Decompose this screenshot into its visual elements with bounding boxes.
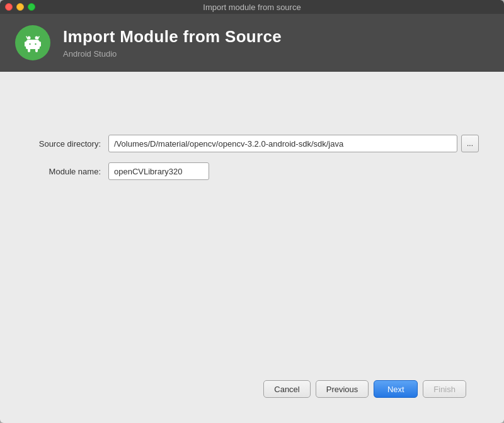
module-name-input[interactable] bbox=[108, 162, 209, 180]
module-name-input-wrapper bbox=[108, 162, 479, 180]
svg-point-4 bbox=[29, 43, 30, 45]
minimize-button[interactable] bbox=[16, 3, 24, 11]
next-button[interactable]: Next bbox=[374, 380, 418, 398]
module-name-label: Module name: bbox=[25, 167, 101, 176]
window-title: Import module from source bbox=[203, 3, 301, 12]
source-directory-row: Source directory: ... bbox=[25, 135, 479, 152]
previous-button[interactable]: Previous bbox=[316, 380, 369, 398]
cancel-label: Cancel bbox=[274, 385, 299, 394]
android-studio-logo bbox=[15, 25, 50, 60]
svg-rect-2 bbox=[25, 42, 26, 47]
form-area: Source directory: ... Module name: bbox=[25, 135, 479, 180]
close-button[interactable] bbox=[5, 3, 13, 11]
dialog-title: Import Module from Source bbox=[63, 27, 282, 47]
source-directory-input-wrapper: ... bbox=[108, 135, 479, 152]
cancel-button[interactable]: Cancel bbox=[263, 380, 310, 398]
svg-rect-3 bbox=[39, 42, 41, 47]
header-text: Import Module from Source Android Studio bbox=[63, 27, 282, 59]
browse-button[interactable]: ... bbox=[461, 135, 479, 152]
finish-label: Finish bbox=[433, 385, 455, 394]
maximize-button[interactable] bbox=[28, 3, 35, 11]
previous-label: Previous bbox=[326, 385, 358, 394]
source-directory-input[interactable] bbox=[108, 135, 457, 152]
svg-point-5 bbox=[35, 43, 36, 45]
finish-button[interactable]: Finish bbox=[423, 380, 466, 398]
source-directory-label: Source directory: bbox=[25, 139, 101, 149]
dialog-content: Source directory: ... Module name: bbox=[0, 72, 504, 423]
logo-icon bbox=[21, 31, 44, 54]
dialog-subtitle: Android Studio bbox=[63, 49, 282, 59]
browse-label: ... bbox=[467, 139, 473, 148]
traffic-lights bbox=[5, 3, 35, 11]
module-name-row: Module name: bbox=[25, 162, 479, 180]
dialog-header: Import Module from Source Android Studio bbox=[0, 14, 504, 72]
main-window: Import module from source Import Module … bbox=[0, 0, 504, 423]
title-bar: Import module from source bbox=[0, 0, 504, 14]
dialog-footer: Cancel Previous Next Finish bbox=[25, 370, 479, 410]
next-label: Next bbox=[387, 385, 404, 394]
